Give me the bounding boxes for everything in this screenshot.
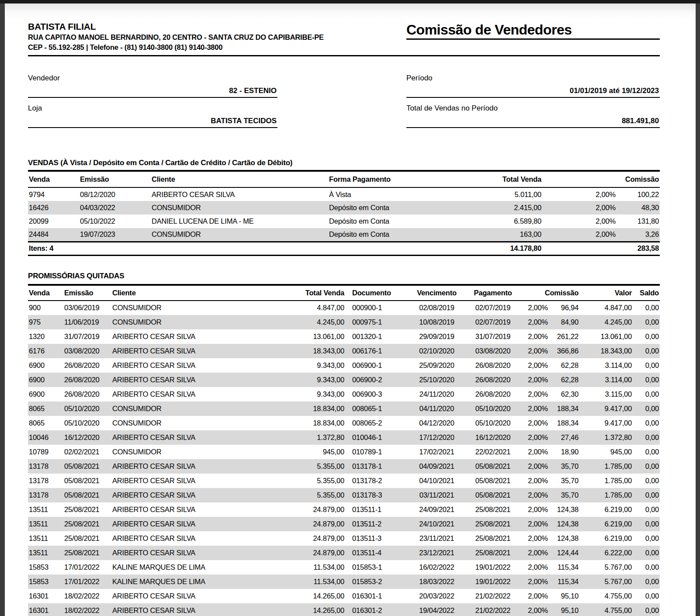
cell-total: 24.879,00 bbox=[295, 502, 345, 517]
cell-saldo: 0,00 bbox=[633, 387, 660, 401]
cell-pct: 2,00% bbox=[520, 502, 549, 517]
vendas-section-title: VENDAS (À Vista / Depósito em Conta / Ca… bbox=[28, 159, 660, 167]
cell-cliente: ARIBERTO CESAR SILVA bbox=[111, 430, 295, 445]
cell-pct: 2,00% bbox=[520, 574, 549, 589]
cell-venda: 8065 bbox=[28, 401, 63, 416]
cell-comissao: 95,10 bbox=[549, 589, 579, 603]
cell-pagamento: 25/08/2021 bbox=[466, 546, 520, 560]
cell-cliente: ARIBERTO CESAR SILVA bbox=[111, 387, 295, 401]
cell-venda: 10789 bbox=[28, 445, 63, 459]
cell-comissao: 100,22 bbox=[617, 187, 660, 201]
cell-total: 24.879,00 bbox=[295, 531, 345, 546]
cell-venda: 9794 bbox=[28, 187, 79, 201]
cell-cliente: ARIBERTO CESAR SILVA bbox=[111, 517, 295, 531]
cell-emissao: 26/08/2020 bbox=[63, 387, 111, 401]
column-header: Cliente bbox=[151, 171, 328, 187]
cell-vencimento: 04/12/2020 bbox=[408, 416, 466, 430]
cell-valor: 3.114,00 bbox=[579, 373, 633, 387]
cell-pct: 2,00% bbox=[520, 358, 549, 373]
cell-venda: 975 bbox=[28, 315, 63, 329]
cell-valor: 4.245,00 bbox=[579, 315, 633, 329]
table-row: 1351125/08/2021ARIBERTO CESAR SILVA24.87… bbox=[28, 546, 660, 560]
cell-saldo: 0,00 bbox=[633, 560, 660, 574]
cell-vencimento: 03/11/2021 bbox=[408, 488, 466, 502]
table-row: 1630118/02/2022ARIBERTO CESAR SILVA14.26… bbox=[28, 603, 660, 616]
cell-cliente: ARIBERTO CESAR SILVA bbox=[111, 474, 295, 488]
cell-vencimento: 04/10/2021 bbox=[408, 474, 466, 488]
report-page: BATISTA FILIAL RUA CAPITAO MANOEL BERNAR… bbox=[5, 3, 696, 616]
cell-vencimento: 04/11/2020 bbox=[408, 401, 466, 416]
cell-valor: 1.785,00 bbox=[579, 488, 633, 502]
column-header: Forma Pagamento bbox=[328, 171, 459, 187]
table-row: 617603/08/2020ARIBERTO CESAR SILVA18.343… bbox=[28, 344, 660, 358]
cell-vencimento: 23/11/2021 bbox=[408, 531, 466, 546]
table-row: 132031/07/2019ARIBERTO CESAR SILVA13.061… bbox=[28, 329, 660, 344]
cell-venda: 15853 bbox=[28, 574, 63, 589]
cell-comissao: 35,70 bbox=[549, 488, 579, 502]
totals-comissao: 283,58 bbox=[617, 242, 660, 255]
cell-documento: 013511-3 bbox=[345, 531, 408, 546]
cell-valor: 5.767,00 bbox=[579, 560, 633, 574]
cell-saldo: 0,00 bbox=[633, 474, 660, 488]
cell-forma: Depósito em Conta bbox=[328, 201, 459, 215]
cell-total: 5.355,00 bbox=[295, 459, 345, 474]
cell-pagamento: 16/12/2020 bbox=[466, 430, 520, 445]
cell-valor: 13.061,00 bbox=[579, 329, 633, 344]
cell-pct: 2,00% bbox=[520, 445, 549, 459]
cell-comissao: 366,86 bbox=[549, 344, 579, 358]
cell-pct: 2,00% bbox=[520, 416, 549, 430]
cell-pct: 2,00% bbox=[542, 228, 617, 242]
table-row: 1585317/01/2022KALINE MARQUES DE LIMA11.… bbox=[28, 574, 660, 589]
cell-cliente: DANIEL LUCENA DE LIMA - ME bbox=[151, 215, 328, 228]
cell-total: 14.265,00 bbox=[295, 603, 345, 616]
cell-comissao: 261,22 bbox=[549, 329, 579, 344]
table-row: 690026/08/2020ARIBERTO CESAR SILVA9.343,… bbox=[28, 373, 660, 387]
report-title: Comissão de Vendedores bbox=[406, 21, 660, 40]
cell-documento: 006900-3 bbox=[345, 387, 408, 401]
cell-emissao: 03/06/2019 bbox=[63, 301, 111, 315]
cell-cliente: ARIBERTO CESAR SILVA bbox=[111, 358, 295, 373]
cell-pct: 2,00% bbox=[542, 187, 617, 201]
cell-cliente: KALINE MARQUES DE LIMA bbox=[111, 574, 295, 589]
cell-documento: 006900-2 bbox=[345, 373, 408, 387]
cell-pct: 2,00% bbox=[520, 459, 549, 474]
table-row: 806505/10/2020CONSUMIDOR18.834,00008065-… bbox=[28, 401, 660, 416]
cell-venda: 13511 bbox=[28, 531, 63, 546]
cell-cliente: CONSUMIDOR bbox=[151, 228, 328, 242]
cell-pagamento: 02/07/2019 bbox=[466, 315, 520, 329]
cell-vencimento: 24/11/2020 bbox=[408, 387, 466, 401]
cell-saldo: 0,00 bbox=[633, 358, 660, 373]
cell-documento: 010046-1 bbox=[345, 430, 408, 445]
cell-comissao: 62,30 bbox=[549, 387, 579, 401]
cell-documento: 000900-1 bbox=[345, 301, 408, 315]
cell-total: 4.245,00 bbox=[295, 315, 345, 329]
column-header: Documento bbox=[345, 285, 408, 301]
cell-comissao: 62,28 bbox=[549, 358, 579, 373]
cell-saldo: 0,00 bbox=[633, 574, 660, 589]
cell-emissao: 04/03/2022 bbox=[79, 201, 151, 215]
table-row: 1317805/08/2021ARIBERTO CESAR SILVA5.355… bbox=[28, 488, 660, 502]
cell-valor: 3.115,00 bbox=[579, 387, 633, 401]
cell-saldo: 0,00 bbox=[633, 603, 660, 616]
cell-valor: 6.219,00 bbox=[579, 517, 633, 531]
cell-saldo: 0,00 bbox=[633, 301, 660, 315]
cell-total: 5.011,00 bbox=[459, 187, 542, 201]
cell-cliente: ARIBERTO CESAR SILVA bbox=[111, 502, 295, 517]
cell-saldo: 0,00 bbox=[633, 430, 660, 445]
cell-total: 18.343,00 bbox=[295, 344, 345, 358]
cell-total: 24.879,00 bbox=[295, 517, 345, 531]
cell-emissao: 26/08/2020 bbox=[63, 373, 111, 387]
cell-pagamento: 05/08/2021 bbox=[466, 459, 520, 474]
column-header: Total Venda bbox=[295, 285, 345, 301]
cell-pct: 2,00% bbox=[520, 315, 549, 329]
cell-comissao: 62,28 bbox=[549, 373, 579, 387]
loja-field: Loja BATISTA TECIDOS bbox=[28, 104, 277, 128]
cell-venda: 6176 bbox=[28, 344, 63, 358]
cell-cliente: CONSUMIDOR bbox=[111, 315, 295, 329]
cell-pagamento: 05/08/2021 bbox=[466, 488, 520, 502]
cell-venda: 24484 bbox=[28, 228, 79, 242]
cell-comissao: 27,46 bbox=[549, 430, 579, 445]
cell-valor: 1.785,00 bbox=[579, 459, 633, 474]
vendas-header-row: Venda Emissão Cliente Forma Pagamento To… bbox=[28, 171, 660, 187]
cell-vencimento: 23/12/2021 bbox=[408, 546, 466, 560]
